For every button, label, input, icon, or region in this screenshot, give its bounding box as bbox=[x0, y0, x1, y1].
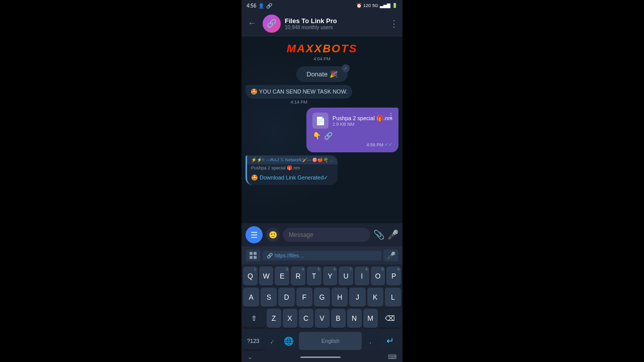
attach-button[interactable]: 📎 bbox=[373, 229, 384, 240]
new-task-bubble: 🤩 YOU CAN SEND NEW TASK NOW. bbox=[246, 85, 352, 99]
key-R[interactable]: 4R bbox=[291, 266, 305, 286]
svg-rect-1 bbox=[254, 252, 257, 255]
file-message-time: 4:56 PM ✓✓ bbox=[312, 142, 392, 147]
file-actions: 👇 🔗 bbox=[312, 132, 392, 140]
download-message: ⚡⚡!! —RAJ 𝕏 Network🏏—🎯🍎🌴 ... Pushpa 2 sp… bbox=[246, 155, 338, 185]
period-key[interactable]: . bbox=[363, 332, 377, 350]
new-task-text: 🤩 YOU CAN SEND NEW TASK NOW. bbox=[251, 88, 347, 95]
file-info: Pushpa 2 special 🎁.nm 2.9 KB NM bbox=[333, 115, 392, 127]
key-L[interactable]: L bbox=[385, 288, 401, 307]
file-time: 4:56 PM bbox=[366, 142, 383, 147]
key-P[interactable]: 9P bbox=[386, 266, 401, 286]
menu-button[interactable]: ☰ bbox=[246, 226, 263, 243]
keyboard-mic-button[interactable]: 🎤 bbox=[383, 249, 398, 261]
key-H[interactable]: H bbox=[332, 288, 348, 307]
external-link-icon: ↗ bbox=[342, 64, 350, 72]
chat-area: MAXXBOTS 4:04 PM Donate 🎉 ↗ 🤩 YOU CAN SE… bbox=[242, 36, 403, 223]
file-emoji-2: 🔗 bbox=[324, 132, 333, 140]
donate-wrapper: Donate 🎉 ↗ bbox=[296, 66, 348, 82]
keyboard-handle: ⌄ ⌨ bbox=[242, 352, 403, 362]
key-C[interactable]: C bbox=[299, 309, 313, 328]
file-size: 2.9 KB NM bbox=[333, 122, 392, 127]
download-link-text: 🤩 Download Link Generated✓ bbox=[251, 174, 328, 180]
donate-label: Donate 🎉 bbox=[306, 70, 338, 78]
key-V[interactable]: V bbox=[315, 309, 330, 328]
key-U[interactable]: 7U bbox=[339, 266, 353, 286]
enter-key[interactable]: ↵ bbox=[379, 332, 401, 350]
file-header: 📄 Pushpa 2 special 🎁.nm 2.9 KB NM bbox=[312, 113, 392, 129]
status-person-icon: 👤 bbox=[258, 3, 264, 9]
download-text: 🤩 Download Link Generated✓ bbox=[247, 171, 338, 185]
key-K[interactable]: K bbox=[367, 288, 383, 307]
message-input[interactable] bbox=[283, 228, 370, 242]
status-left: 4:56 👤 🔗 bbox=[247, 3, 272, 9]
file-message: ⋮ 📄 Pushpa 2 special 🎁.nm 2.9 KB NM 👇 🔗 … bbox=[306, 108, 398, 152]
num-key[interactable]: ?123 bbox=[243, 332, 263, 350]
key-J[interactable]: J bbox=[349, 288, 365, 307]
logo-time: 4:04 PM bbox=[313, 56, 331, 61]
hide-keyboard-icon[interactable]: ⌄ bbox=[248, 353, 253, 360]
keyboard-suggestion-link[interactable]: 🔗 https://files.... bbox=[263, 251, 381, 260]
key-N[interactable]: N bbox=[347, 309, 362, 328]
status-bar: 4:56 👤 🔗 ⏰ 120 5G ▃▅▇ 🔋 bbox=[242, 0, 403, 11]
key-Q[interactable]: 1Q bbox=[243, 266, 258, 286]
status-text: 120 bbox=[363, 3, 371, 8]
backspace-key[interactable]: ⌫ bbox=[379, 309, 401, 328]
key-I[interactable]: 8I bbox=[355, 266, 369, 286]
key-F[interactable]: F bbox=[296, 288, 312, 307]
logo-text: MAXXBOTS bbox=[287, 42, 358, 55]
keyboard-row-2: A S D F G H J K L bbox=[243, 288, 401, 307]
svg-rect-2 bbox=[250, 256, 253, 259]
bot-subscribers: 10,948 monthly users bbox=[285, 25, 385, 30]
donate-button[interactable]: Donate 🎉 ↗ bbox=[296, 66, 348, 82]
link-icon: 🔗 bbox=[267, 253, 273, 258]
quote-header: ⚡⚡!! —RAJ 𝕏 Network🏏—🎯🍎🌴 ... bbox=[247, 155, 338, 164]
keyboard-rows: 1Q W 3E 4R 5T 6Y 7U 8I 0O 9P A S D F G H… bbox=[242, 264, 403, 331]
key-Z[interactable]: Z bbox=[267, 309, 281, 328]
keyboard: 🔗 https://files.... 🎤 1Q W 3E 4R 5T 6Y 7… bbox=[242, 246, 403, 362]
key-T[interactable]: 5T bbox=[307, 266, 321, 286]
key-E[interactable]: 3E bbox=[275, 266, 289, 286]
signal-icon: ▃▅▇ bbox=[380, 3, 390, 8]
header-menu-button[interactable]: ⋮ bbox=[389, 18, 398, 29]
keyboard-row-3: ⇧ Z X C V B N M ⌫ bbox=[243, 309, 401, 328]
key-M[interactable]: M bbox=[363, 309, 378, 328]
key-B[interactable]: B bbox=[331, 309, 346, 328]
key-W[interactable]: W bbox=[259, 266, 274, 286]
key-A[interactable]: A bbox=[243, 288, 259, 307]
keyboard-handle-bar bbox=[300, 356, 341, 358]
keyboard-row-1: 1Q W 3E 4R 5T 6Y 7U 8I 0O 9P bbox=[243, 266, 401, 286]
key-D[interactable]: D bbox=[278, 288, 294, 307]
key-O[interactable]: 0O bbox=[371, 266, 385, 286]
mic-button[interactable]: 🎤 bbox=[387, 229, 398, 240]
quote-filename: Pushpa 2 special 🎁.nm bbox=[247, 164, 338, 171]
file-menu-button[interactable]: ⋮ bbox=[387, 112, 394, 120]
file-bubble: ⋮ 📄 Pushpa 2 special 🎁.nm 2.9 KB NM 👇 🔗 … bbox=[306, 108, 398, 152]
bot-name: Files To Link Pro bbox=[285, 17, 385, 25]
file-emoji-1: 👇 bbox=[312, 132, 321, 140]
sticker-button[interactable]: 🙂 bbox=[266, 228, 280, 242]
back-button[interactable]: ← bbox=[246, 16, 259, 31]
keyboard-apps-button[interactable] bbox=[246, 249, 261, 261]
space-key[interactable]: English bbox=[299, 332, 362, 350]
keyboard-bottom-row: ?123 , / 🌐 English . ↵ bbox=[242, 331, 403, 352]
keyboard-emoji-icon[interactable]: ⌨ bbox=[388, 353, 396, 360]
key-Y[interactable]: 6Y bbox=[323, 266, 338, 286]
key-X[interactable]: X bbox=[283, 309, 297, 328]
key-S[interactable]: S bbox=[261, 288, 277, 307]
svg-rect-3 bbox=[254, 256, 257, 259]
suggestion-link-text: https://files.... bbox=[275, 253, 304, 258]
svg-rect-0 bbox=[250, 252, 253, 255]
globe-key[interactable]: 🌐 bbox=[280, 332, 297, 350]
status-link-icon: 🔗 bbox=[266, 3, 272, 9]
key-G[interactable]: G bbox=[314, 288, 330, 307]
sticker-icon: 🙂 bbox=[269, 231, 277, 239]
phone-frame: 4:56 👤 🔗 ⏰ 120 5G ▃▅▇ 🔋 ← 🔗 Files To Lin… bbox=[242, 0, 403, 362]
shift-key[interactable]: ⇧ bbox=[243, 309, 265, 328]
comma-key[interactable]: , / bbox=[265, 332, 279, 350]
logo-message: MAXXBOTS 4:04 PM bbox=[246, 42, 398, 61]
menu-icon: ☰ bbox=[251, 230, 258, 240]
message-input-row: ☰ 🙂 📎 🎤 bbox=[242, 223, 403, 246]
status-time: 4:56 bbox=[247, 3, 256, 9]
battery-icon: 🔋 bbox=[392, 3, 397, 8]
